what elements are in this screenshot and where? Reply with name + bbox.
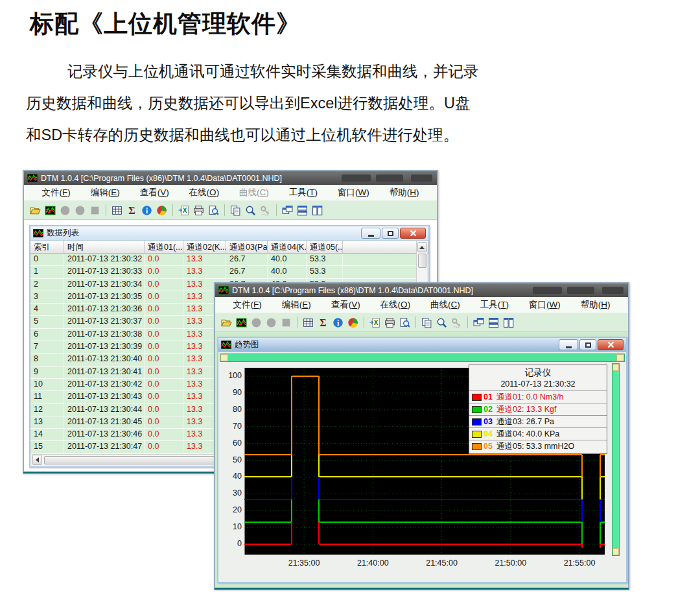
column-header[interactable]: 通道01(... [145,241,183,253]
scroll-up-button[interactable] [417,242,427,252]
table-cell: 2011-07-13 21:30:34 [64,279,145,291]
restore-button[interactable] [579,339,596,350]
table-cell: 40.0 [268,266,307,278]
y-tick-label: 40 [220,472,242,481]
channel-value: 通道02: 13.3 Kgf [496,404,556,415]
pie-chart-icon[interactable] [346,316,360,329]
menu-item-2[interactable]: 查看(V) [135,186,174,200]
cascade-windows-icon[interactable] [472,316,485,329]
info-icon[interactable]: i [331,316,345,329]
sigma-icon[interactable]: Σ [125,204,139,217]
table-row[interactable]: 02011-07-13 21:30:320.013.326.740.053.3 [30,254,428,266]
censored-text [376,174,403,182]
menu-item-4[interactable]: 曲线(C) [234,186,274,200]
column-header[interactable]: 通道03(Pa) [226,241,268,253]
menu-item-0[interactable]: 文件(F) [228,298,266,312]
menu-item-7[interactable]: 帮助(H) [384,186,425,200]
menu-item-3[interactable]: 在线(O) [375,298,416,312]
menu-item-6[interactable]: 窗口(W) [524,298,566,312]
record2-disabled-icon [73,204,87,217]
table-cell: 2011-07-13 21:30:39 [64,341,145,354]
table-row[interactable]: 12011-07-13 21:30:330.013.326.740.053.3 [30,266,428,278]
window-titlebar[interactable]: DTM 1.0.4 [C:\Program Files (x86)\DTM 1.… [215,283,628,297]
menu-item-1[interactable]: 编辑(E) [277,298,316,312]
column-header[interactable]: 通道04(K... [268,241,307,253]
menu-item-2[interactable]: 查看(V) [326,298,366,312]
window-titlebar[interactable]: DTM 1.0.4 [C:\Program Files (x86)\DTM 1.… [24,171,437,185]
excel-export-icon[interactable]: X [177,204,191,217]
print-preview-icon[interactable] [207,204,220,217]
cascade-windows-icon[interactable] [281,204,294,217]
menu-item-4[interactable]: 曲线(C) [425,298,465,312]
close-button[interactable] [598,339,624,350]
tile-horizontal-icon[interactable] [487,316,500,329]
y-tick-label: 10 [220,522,242,531]
slider-handle-bottom[interactable] [612,548,619,555]
channel-value: 通道01: 0.0 Nm3/h [496,392,564,403]
data-grid-icon[interactable] [110,204,124,217]
minimize-button[interactable] [559,339,578,350]
menu-item-6[interactable]: 窗口(W) [332,186,375,200]
table-cell: 11 [30,391,64,403]
table-cell: 0.0 [145,379,183,391]
open-folder-icon[interactable] [220,316,233,329]
close-button[interactable] [400,228,426,239]
x-tick-label: 21:55:00 [557,558,602,568]
curve-view-icon[interactable] [43,204,57,217]
tile-vertical-icon[interactable] [310,204,324,217]
legend-row: 03通道03: 26.7 Pa [469,415,607,427]
excel-export-icon[interactable]: X [368,316,382,329]
zoom-icon[interactable] [244,204,257,217]
restore-icon [585,342,591,348]
table-cell: 14 [30,429,64,441]
column-header[interactable]: 时间 [64,241,145,253]
column-header[interactable]: 通道02(K... [183,241,226,253]
arrow-left-icon [36,457,39,462]
trend-titlebar[interactable]: 趋势图 [218,338,626,352]
table-cell: 0.0 [145,404,183,416]
menu-item-3[interactable]: 在线(O) [184,186,225,200]
menu-item-0[interactable]: 文件(F) [36,186,75,200]
slider-handle-left[interactable] [220,354,228,361]
slider-handle-right[interactable] [616,354,624,361]
slider-handle-top[interactable] [612,364,619,371]
window-title: DTM 1.0.4 [C:\Program Files (x86)\DTM 1.… [232,286,473,295]
zoom-icon[interactable] [435,316,449,329]
info-icon[interactable]: i [140,204,154,217]
menu-item-5[interactable]: 工具(T) [284,186,323,200]
restore-button[interactable] [382,228,399,239]
sigma-icon[interactable]: Σ [316,316,330,329]
copy-icon[interactable] [420,316,434,329]
legend-timestamp: 2011-07-13 21:30:32 [469,379,607,390]
table-cell: 2011-07-13 21:30:45 [64,416,145,429]
data-grid-icon[interactable] [301,316,315,329]
trend-title: 趋势图 [235,339,557,350]
data-list-titlebar[interactable]: 数据列表 [30,226,428,241]
print-icon[interactable] [383,316,397,329]
app-icon [33,229,43,237]
menu-item-1[interactable]: 编辑(E) [86,186,125,200]
toolbar-separator [172,204,173,216]
menu-item-5[interactable]: 工具(T) [475,298,514,312]
table-cell: 13.3 [183,254,226,266]
table-cell: 2 [30,279,64,291]
open-folder-icon[interactable] [29,204,42,217]
table-cell: 0.0 [145,254,183,266]
minimize-button[interactable] [361,228,380,239]
column-header[interactable]: 通道05(... [307,241,343,253]
scroll-left-button[interactable] [32,455,42,465]
print-preview-icon[interactable] [398,316,412,329]
menu-item-7[interactable]: 帮助(H) [576,298,616,312]
curve-view-icon[interactable] [235,316,248,329]
copy-icon[interactable] [229,204,242,217]
tile-vertical-icon[interactable] [502,316,515,329]
scrollbar-thumb[interactable] [418,254,426,268]
vertical-slider[interactable] [612,363,620,556]
print-icon[interactable] [192,204,205,217]
y-tick-label: 70 [220,422,242,431]
time-range-slider[interactable] [220,354,625,362]
pie-chart-icon[interactable] [155,204,169,217]
table-cell: 53.3 [307,254,343,266]
column-header[interactable]: 索引 [30,241,64,253]
tile-horizontal-icon[interactable] [296,204,309,217]
